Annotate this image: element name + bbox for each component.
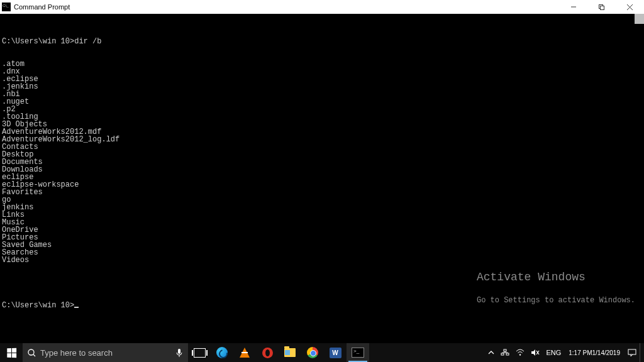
taskbar-search[interactable]: Type here to search [23,343,188,362]
terminal-output-line: .atom [2,60,642,68]
taskbar-file-explorer[interactable] [279,343,301,362]
scrollbar-thumb[interactable] [635,14,644,24]
edge-icon [216,347,228,358]
taskbar: Type here to search W ENG 1:17 PM 1/14/2… [0,343,644,362]
cursor [74,307,79,308]
tray-clock[interactable]: 1:17 PM 1/14/2019 [564,343,625,362]
svg-rect-9 [504,349,506,351]
tray-network-icon[interactable] [497,343,513,362]
taskbar-vlc[interactable] [233,343,256,362]
windows-logo-icon [7,348,16,357]
svg-line-6 [33,354,35,356]
opera-icon [262,348,273,358]
svg-rect-10 [501,353,504,355]
terminal-output-line: Contacts [2,143,642,151]
chrome-icon [307,347,318,358]
terminal-output-line: eclipse-workspace [2,181,642,189]
microphone-icon[interactable] [170,348,188,358]
terminal-output-line: Searches [2,249,642,256]
terminal-output-line: OneDrive [2,226,642,234]
terminal-output-line: AdventureWorks2012_log.ldf [2,136,642,143]
start-button[interactable] [0,343,23,362]
terminal-output-line: eclipse [2,173,642,181]
terminal-output-line: Favorites [2,189,642,196]
task-view-button[interactable] [188,343,211,362]
tray-action-center-icon[interactable] [625,343,640,362]
terminal-blank [2,279,642,287]
terminal-output-line: Pictures [2,234,642,241]
terminal-output-line: .nuget [2,98,642,106]
show-desktop-button[interactable] [640,343,644,362]
activate-windows-watermark: Activate Windows Go to Settings to activ… [477,258,635,319]
vlc-icon [240,348,250,358]
svg-point-16 [519,354,521,355]
terminal-output-line: Downloads [2,166,642,173]
taskbar-opera[interactable] [256,343,279,362]
svg-rect-7 [178,349,180,354]
taskbar-cmd[interactable] [347,343,369,362]
terminal-output-line: .dnx [2,68,642,75]
cmd-app-icon [2,3,11,11]
tray-time: 1:17 PM [569,349,592,356]
terminal-output-line: Music [2,219,642,226]
task-view-icon [194,348,206,358]
terminal-output-line: Desktop [2,151,642,158]
terminal-output-line: Saved Games [2,241,642,249]
tray-overflow[interactable] [485,343,497,362]
terminal-output-line: go [2,196,642,204]
tray-date: 1/14/2019 [592,349,621,356]
terminal-output-line: Documents [2,158,642,166]
terminal-output-line: jenkins [2,204,642,211]
minimize-button[interactable] [559,0,587,14]
tray-volume-icon[interactable] [528,343,543,362]
taskbar-chrome[interactable] [301,343,324,362]
terminal-output-line: Videos [2,256,642,264]
window-title: Command Prompt [14,3,70,11]
terminal-area[interactable]: C:\Users\win 10>dir /b .atom.dnx.eclipse… [0,14,644,343]
titlebar[interactable]: Command Prompt [0,0,644,14]
svg-marker-17 [531,349,535,356]
search-placeholder: Type here to search [40,348,113,358]
terminal-output-line: .p2 [2,106,642,113]
tray-language[interactable]: ENG [543,343,564,362]
word-icon: W [330,348,341,358]
terminal-prompt: C:\Users\win 10> [2,302,642,309]
svg-point-5 [28,349,34,355]
taskbar-word[interactable]: W [324,343,347,362]
search-icon [23,348,40,358]
tray-wifi-icon[interactable] [513,343,528,362]
system-tray: ENG 1:17 PM 1/14/2019 [485,343,644,362]
svg-rect-20 [628,349,636,354]
command-prompt-window: Command Prompt C:\Users\win 10>dir /b .a… [0,0,644,343]
terminal-output-line: .jenkins [2,83,642,90]
terminal-output-line: Links [2,211,642,219]
svg-rect-2 [601,6,604,9]
folder-icon [284,348,296,357]
terminal-output-line: .nbi [2,90,642,98]
close-button[interactable] [616,0,644,14]
terminal-output-line: .tooling [2,113,642,121]
maximize-button[interactable] [587,0,616,14]
terminal-command-line: C:\Users\win 10>dir /b [2,38,642,45]
terminal-output-line: .eclipse [2,75,642,83]
taskbar-edge[interactable] [211,343,233,362]
cmd-icon [352,348,364,358]
svg-rect-11 [506,353,509,355]
